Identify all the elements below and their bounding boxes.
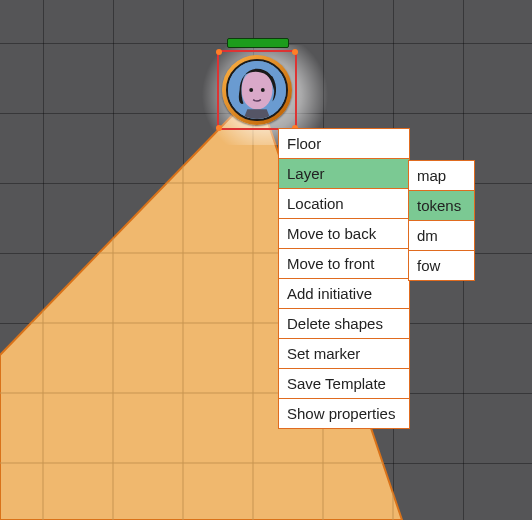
resize-handle-tr[interactable]: [292, 49, 298, 55]
menu-move-to-front[interactable]: Move to front: [279, 249, 409, 279]
layer-submenu: map tokens dm fow: [408, 160, 475, 281]
svg-point-18: [261, 88, 265, 92]
layer-option-fow[interactable]: fow: [409, 251, 474, 280]
menu-location[interactable]: Location: [279, 189, 409, 219]
layer-option-map[interactable]: map: [409, 161, 474, 191]
map-canvas[interactable]: Floor Layer Location Move to back Move t…: [0, 0, 532, 520]
svg-point-17: [249, 88, 253, 92]
menu-delete-shapes[interactable]: Delete shapes: [279, 309, 409, 339]
menu-layer[interactable]: Layer: [279, 159, 409, 189]
menu-move-to-back[interactable]: Move to back: [279, 219, 409, 249]
layer-option-tokens[interactable]: tokens: [409, 191, 474, 221]
token-portrait: [226, 59, 288, 121]
health-bar: [227, 38, 289, 48]
layer-option-dm[interactable]: dm: [409, 221, 474, 251]
resize-handle-bl[interactable]: [216, 125, 222, 131]
menu-save-template[interactable]: Save Template: [279, 369, 409, 399]
menu-set-marker[interactable]: Set marker: [279, 339, 409, 369]
player-token[interactable]: [222, 55, 292, 125]
menu-add-initiative[interactable]: Add initiative: [279, 279, 409, 309]
resize-handle-tl[interactable]: [216, 49, 222, 55]
context-menu: Floor Layer Location Move to back Move t…: [278, 128, 410, 429]
menu-show-properties[interactable]: Show properties: [279, 399, 409, 428]
menu-floor[interactable]: Floor: [279, 129, 409, 159]
